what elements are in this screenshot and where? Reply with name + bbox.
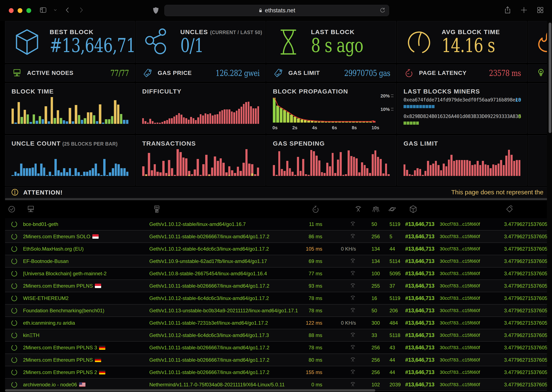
pickaxes-icon	[350, 270, 356, 277]
node-status-icon	[11, 283, 18, 289]
share-up-button[interactable]	[504, 6, 511, 14]
bar	[103, 159, 106, 176]
chevron-right-button[interactable]	[78, 6, 85, 14]
node-name[interactable]: EF-Bootnode-Busan	[23, 255, 68, 267]
bar-accent	[228, 175, 230, 176]
column-client-terminal-header[interactable]	[153, 205, 161, 213]
bar	[69, 168, 71, 176]
node-name[interactable]: 2Miners.com Ethereum PPLNS 3	[23, 342, 105, 354]
bar	[231, 112, 233, 124]
miner-blocks	[403, 105, 521, 108]
pickaxes-icon	[350, 233, 356, 239]
bar	[406, 170, 408, 176]
node-name[interactable]: 2Miners.com Ethereum SOLO	[23, 231, 99, 242]
node-name[interactable]: eth.icanmining.ru aridia	[23, 317, 75, 329]
miner-entry[interactable]: 0xea674fdde714fd979de3edf0f56aa9716b898e…	[403, 97, 521, 108]
miner-entry[interactable]: 0x829BD824B016326A401d083B33D092293333A8…	[403, 114, 521, 125]
bar	[100, 175, 103, 176]
sidebar-button[interactable]	[39, 6, 47, 14]
chevron-left-button[interactable]	[64, 6, 71, 14]
tab-grid-button[interactable]	[537, 6, 544, 14]
node-name[interactable]: 2Miners.com Ethereum PPLNS	[23, 280, 101, 292]
bar	[474, 164, 476, 176]
node-row[interactable]: Foundation Benchmarking(bench01)Geth/v1.…	[5, 305, 552, 317]
node-peers: 256	[372, 342, 380, 354]
chart-title: GAS LIMIT	[403, 140, 438, 147]
column-check-circle-header[interactable]	[8, 205, 16, 213]
bar	[78, 115, 80, 124]
node-row[interactable]: 2Miners.com Ethereum PPLNSGeth/v1.10.11-…	[5, 354, 552, 366]
bar	[419, 169, 421, 176]
bar	[377, 157, 379, 176]
node-row[interactable]: kinΞTHGeth/v1.10.12-stable-6c4dc6c3/linu…	[5, 329, 552, 342]
chart-difficulty: DIFFICULTY	[136, 83, 265, 134]
zoom-window-button[interactable]	[26, 8, 31, 13]
bar	[162, 161, 165, 176]
node-row[interactable]: 2Miners.com Ethereum SOLOGeth/v1.10.11-s…	[5, 231, 552, 243]
stat-gas-price: GAS PRICE 126.282 gwei	[136, 64, 265, 82]
node-name[interactable]: [Universa Blockchain] geth-mainnet-2	[23, 267, 107, 280]
plus-button[interactable]	[520, 6, 528, 14]
node-name[interactable]: kinΞTH	[23, 329, 39, 341]
node-name[interactable]: Foundation Benchmarking(bench01)	[23, 305, 104, 316]
chevron-down-button[interactable]	[53, 8, 57, 12]
node-mining	[319, 231, 356, 242]
node-name[interactable]: EthSolo.MaxHash.org (EU)	[23, 243, 84, 255]
bar	[36, 121, 38, 124]
node-last-block: #13,646,713	[405, 231, 434, 242]
close-window-button[interactable]	[9, 8, 14, 13]
node-block-hash: 30ccf783...c15f660f	[440, 366, 480, 378]
node-block-hash: 30ccf783...c15f660f	[440, 280, 480, 292]
node-name[interactable]: 2Miners.com Ethereum PPLNS 2	[23, 366, 105, 378]
bar	[63, 168, 65, 176]
node-row[interactable]: bce-bnd01-gethGeth/v1.10.12-stable/linux…	[5, 218, 552, 231]
node-peers: 300	[372, 317, 380, 329]
bar-accent	[168, 175, 170, 176]
column-node-monitor-header[interactable]	[27, 205, 35, 213]
node-row[interactable]: 2Miners.com Ethereum PPLNSGeth/v1.10.11-…	[5, 280, 552, 292]
node-name[interactable]: WISE-ETHEREUM2	[23, 292, 68, 304]
column-saturn-header[interactable]	[388, 205, 396, 213]
bar	[29, 168, 31, 176]
address-bar[interactable]: ethstats.net	[164, 5, 389, 16]
scrollbar-thumb[interactable]	[549, 23, 551, 133]
minimize-window-button[interactable]	[18, 8, 22, 13]
node-name[interactable]: bce-bnd01-geth	[23, 218, 58, 230]
pickaxes-icon	[350, 295, 356, 301]
node-name[interactable]: archivenode.io - node06	[23, 379, 86, 391]
bar	[221, 110, 223, 124]
column-cube-header[interactable]	[409, 205, 417, 213]
column-pickaxes-header[interactable]	[354, 205, 362, 213]
bar	[200, 114, 201, 124]
node-status-icon	[11, 320, 18, 326]
bar	[456, 160, 458, 176]
column-peers-group-header[interactable]	[372, 205, 380, 213]
bar	[492, 164, 494, 176]
node-last-block: #13,646,713	[405, 243, 434, 255]
pickaxes-icon	[350, 369, 356, 375]
bar	[169, 118, 170, 124]
bar	[52, 175, 54, 176]
node-row[interactable]: [Universa Blockchain] geth-mainnet-2Geth…	[5, 267, 552, 280]
miner-address: 0xea674fdde714fd979de3edf0f56aa9716b898e…	[403, 97, 521, 103]
column-difficulty-tag-header[interactable]	[506, 205, 514, 213]
node-block-hash: 30ccf783...c15f660f	[440, 218, 480, 230]
privacy-shield-icon[interactable]	[152, 7, 160, 14]
node-row[interactable]: 2Miners.com Ethereum PPLNS 2Geth/v1.10.1…	[5, 366, 552, 379]
node-row[interactable]: EF-Bootnode-BusanGeth/v1.10.9-unstable-6…	[5, 255, 552, 267]
node-monitor-icon	[12, 68, 22, 78]
node-client-version: Geth/v1.10.12-stable-6c4dc6c3/linux-amd6…	[149, 243, 269, 255]
bar	[80, 175, 83, 176]
column-stopwatch-header[interactable]	[312, 205, 320, 213]
reload-button-slot[interactable]	[379, 7, 386, 14]
node-row[interactable]: EthSolo.MaxHash.org (EU)Geth/v1.10.12-st…	[5, 243, 552, 255]
node-row[interactable]: eth.icanmining.ru aridiaGeth/v1.10.11-st…	[5, 317, 552, 329]
node-row[interactable]: WISE-ETHEREUM2Geth/v1.10.12-stable-6c4dc…	[5, 292, 552, 305]
bar	[334, 173, 336, 176]
bar	[66, 121, 68, 124]
bar	[248, 102, 249, 124]
node-row[interactable]: 2Miners.com Ethereum PPLNS 3Geth/v1.10.1…	[5, 342, 552, 354]
bar	[424, 171, 426, 176]
node-name[interactable]: 2Miners.com Ethereum PPLNS	[23, 354, 101, 366]
horizontal-scrollbar[interactable]	[5, 389, 375, 392]
